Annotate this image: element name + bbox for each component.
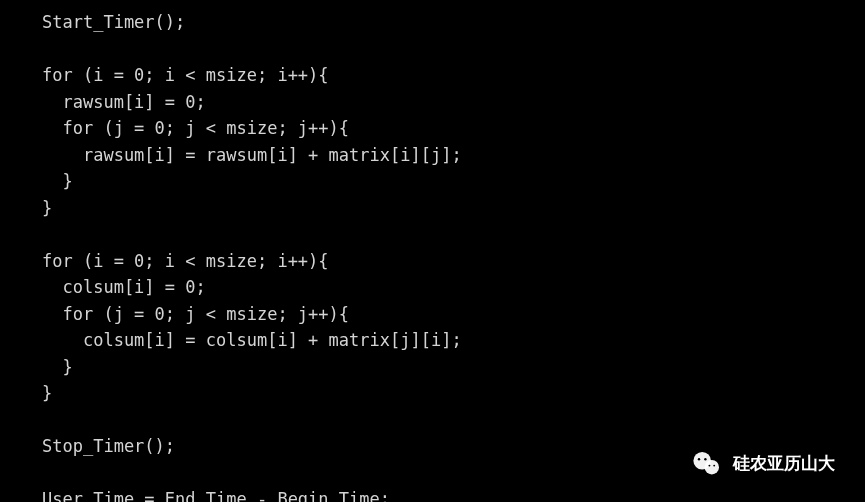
watermark-text: 硅农亚历山大 — [733, 451, 835, 477]
svg-point-5 — [713, 465, 715, 467]
svg-point-1 — [705, 460, 719, 474]
svg-point-4 — [708, 465, 710, 467]
svg-point-3 — [704, 458, 706, 460]
wechat-icon — [691, 448, 723, 480]
code-block: Start_Timer(); for (i = 0; i < msize; i+… — [42, 10, 865, 502]
code-content: Start_Timer(); for (i = 0; i < msize; i+… — [42, 12, 462, 502]
watermark: 硅农亚历山大 — [691, 448, 835, 480]
svg-point-2 — [698, 458, 700, 460]
